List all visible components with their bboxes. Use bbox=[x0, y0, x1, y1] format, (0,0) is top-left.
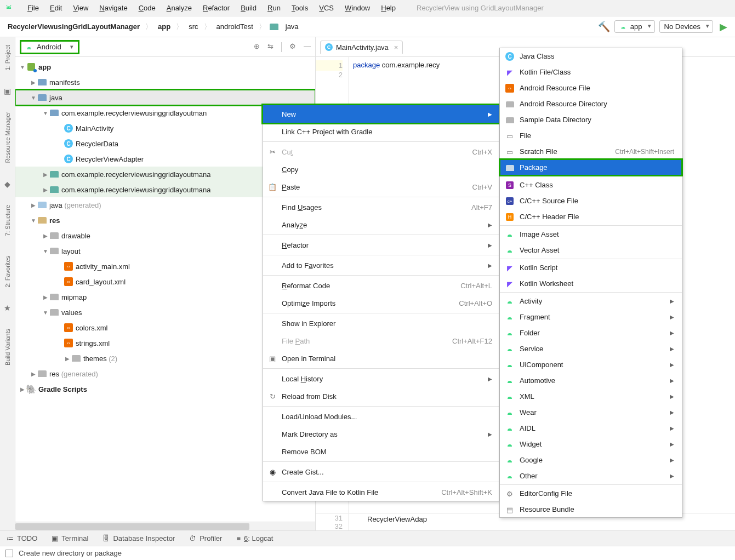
tree-java-row[interactable]: ▼java bbox=[15, 90, 315, 105]
tree-manifests[interactable]: manifests bbox=[49, 78, 80, 87]
menu-analyze[interactable]: Analyze bbox=[161, 2, 197, 14]
device-combo[interactable]: No Devices bbox=[659, 20, 713, 33]
ctx-reload-disk[interactable]: ↻Reload from Disk bbox=[263, 387, 499, 405]
new-activity[interactable]: Activity▶ bbox=[500, 293, 682, 309]
rail-res-icon[interactable]: ◆ bbox=[4, 180, 10, 188]
tree-colors[interactable]: colors.xml bbox=[76, 324, 108, 332]
tree-res[interactable]: res bbox=[49, 216, 60, 225]
tree-mipmap[interactable]: mipmap bbox=[61, 293, 87, 301]
menu-navigate[interactable]: Navigate bbox=[94, 2, 133, 14]
new-google[interactable]: Google▶ bbox=[500, 452, 682, 468]
tool-profiler[interactable]: ⏱Profiler bbox=[189, 534, 222, 542]
new-wear[interactable]: Wear▶ bbox=[500, 404, 682, 420]
run-button[interactable]: ▶ bbox=[717, 21, 730, 33]
ctx-cut[interactable]: ✂CutCtrl+X bbox=[263, 143, 499, 161]
new-file[interactable]: ▭File bbox=[500, 128, 682, 144]
new-widget[interactable]: Widget▶ bbox=[500, 436, 682, 452]
menu-refactor[interactable]: Refactor bbox=[197, 2, 235, 14]
menu-help[interactable]: Help bbox=[375, 2, 401, 14]
tree-recycleradapter[interactable]: RecyclerViewAdapter bbox=[76, 155, 144, 163]
new-uicomponent[interactable]: UiComponent▶ bbox=[500, 357, 682, 373]
new-package[interactable]: Package bbox=[500, 159, 682, 175]
ctx-create-gist[interactable]: ◉Create Gist... bbox=[263, 463, 499, 481]
tree-mainactivity[interactable]: MainActivity bbox=[76, 124, 113, 133]
menu-vcs[interactable]: VCS bbox=[314, 2, 339, 14]
editor-tab-mainactivity[interactable]: C MainActivity.java × bbox=[320, 41, 403, 54]
new-cpp-class[interactable]: SC++ Class bbox=[500, 177, 682, 193]
ctx-convert-kotlin[interactable]: Convert Java File to Kotlin FileCtrl+Alt… bbox=[263, 483, 499, 501]
new-android-resource-dir[interactable]: Android Resource Directory bbox=[500, 96, 682, 112]
rail-build-variants[interactable]: Build Variants bbox=[4, 325, 11, 369]
tree-gradle[interactable]: Gradle Scripts bbox=[38, 385, 87, 393]
rail-resource-manager[interactable]: Resource Manager bbox=[4, 108, 11, 167]
ctx-file-path[interactable]: File PathCtrl+Alt+F12 bbox=[263, 332, 499, 350]
status-window-icon[interactable] bbox=[5, 550, 13, 557]
tree-recyclerdata[interactable]: RecyclerData bbox=[76, 140, 118, 148]
tree-h-scrollbar[interactable] bbox=[15, 522, 315, 530]
breadcrumb-root[interactable]: RecyclerViewusingGridLayoutManager bbox=[5, 21, 142, 32]
rail-favorites[interactable]: 2: Favorites bbox=[4, 253, 11, 290]
new-automotive[interactable]: Automotive▶ bbox=[500, 373, 682, 388]
new-xml[interactable]: XML▶ bbox=[500, 388, 682, 404]
new-c-header[interactable]: HC/C++ Header File bbox=[500, 209, 682, 225]
menu-run[interactable]: Run bbox=[262, 2, 286, 14]
tree-app[interactable]: app bbox=[38, 63, 51, 71]
close-icon[interactable]: × bbox=[394, 43, 398, 52]
new-resource-bundle[interactable]: ▤Resource Bundle bbox=[500, 501, 682, 517]
ctx-refactor[interactable]: Refactor▶ bbox=[263, 236, 499, 254]
menu-code[interactable]: Code bbox=[133, 2, 161, 14]
ctx-show-explorer[interactable]: Show in Explorer bbox=[263, 315, 499, 332]
tool-db-inspector[interactable]: 🗄Database Inspector bbox=[102, 534, 175, 542]
ctx-paste[interactable]: 📋PasteCtrl+V bbox=[263, 178, 499, 196]
menu-build[interactable]: Build bbox=[235, 2, 262, 14]
breadcrumb-src[interactable]: src bbox=[186, 21, 200, 32]
tree-layout[interactable]: layout bbox=[61, 247, 81, 255]
breadcrumb-androidTest[interactable]: androidTest bbox=[214, 21, 255, 32]
new-java-class[interactable]: CJava Class bbox=[500, 48, 682, 64]
tool-terminal[interactable]: ▣Terminal bbox=[52, 534, 88, 542]
menu-window[interactable]: Window bbox=[339, 2, 375, 14]
hide-icon[interactable]: — bbox=[304, 42, 311, 52]
ctx-load-unload[interactable]: Load/Unload Modules... bbox=[263, 408, 499, 425]
ctx-find-usages[interactable]: Find UsagesAlt+F7 bbox=[263, 198, 499, 216]
breadcrumb-app[interactable]: app bbox=[156, 21, 173, 32]
rail-project[interactable]: 1: Project bbox=[4, 42, 11, 73]
tree-res-gen[interactable]: res (generated) bbox=[49, 370, 98, 378]
ctx-remove-bom[interactable]: Remove BOM bbox=[263, 443, 499, 460]
tool-todo[interactable]: ≔TODO bbox=[7, 534, 37, 542]
tree-strings[interactable]: strings.xml bbox=[76, 339, 110, 347]
new-scratch-file[interactable]: ▭Scratch FileCtrl+Alt+Shift+Insert bbox=[500, 144, 682, 159]
ctx-copy[interactable]: Copy bbox=[263, 161, 499, 178]
locate-icon[interactable]: ⊕ bbox=[254, 42, 260, 52]
new-kotlin-worksheet[interactable]: ◤Kotlin Worksheet bbox=[500, 276, 682, 292]
collapse-icon[interactable]: ⇆ bbox=[267, 42, 274, 52]
tree-card-layout[interactable]: card_layout.xml bbox=[76, 278, 126, 286]
build-hammer-icon[interactable]: 🔨 bbox=[598, 21, 610, 33]
tool-logcat[interactable]: ≡6: Logcat bbox=[236, 534, 273, 542]
ctx-link-cpp[interactable]: Link C++ Project with Gradle bbox=[263, 123, 499, 140]
new-aidl[interactable]: AIDL▶ bbox=[500, 420, 682, 436]
run-config-combo[interactable]: app bbox=[614, 20, 655, 33]
tree-activity-main[interactable]: activity_main.xml bbox=[76, 262, 130, 271]
rail-folder-icon[interactable]: ▣ bbox=[4, 87, 11, 95]
project-view-combo[interactable]: Android bbox=[20, 40, 79, 54]
new-kotlin-file[interactable]: ◤Kotlin File/Class bbox=[500, 64, 682, 80]
ctx-local-history[interactable]: Local History▶ bbox=[263, 370, 499, 387]
tree-values[interactable]: values bbox=[61, 308, 82, 317]
tree-java-gen[interactable]: java (generated) bbox=[49, 201, 101, 209]
ctx-open-terminal[interactable]: ▣Open in Terminal bbox=[263, 350, 499, 367]
new-service[interactable]: Service▶ bbox=[500, 341, 682, 357]
ctx-optimize-imports[interactable]: Optimize ImportsCtrl+Alt+O bbox=[263, 294, 499, 312]
new-other[interactable]: Other▶ bbox=[500, 468, 682, 484]
breadcrumb-java[interactable]: java bbox=[283, 21, 301, 32]
new-vector-asset[interactable]: Vector Asset bbox=[500, 242, 682, 258]
new-editorconfig[interactable]: ⚙EditorConfig File bbox=[500, 485, 682, 501]
tree-themes[interactable]: themes (2) bbox=[83, 355, 117, 363]
new-fragment[interactable]: Fragment▶ bbox=[500, 309, 682, 325]
tree-pkg1[interactable]: com.example.recyclerviewusinggridlayoutm… bbox=[61, 109, 207, 117]
new-sample-data-dir[interactable]: Sample Data Directory bbox=[500, 112, 682, 128]
new-kotlin-script[interactable]: ◤Kotlin Script bbox=[500, 260, 682, 276]
new-folder[interactable]: Folder▶ bbox=[500, 325, 682, 341]
menu-edit[interactable]: Edit bbox=[44, 2, 67, 14]
ctx-new[interactable]: New▶ bbox=[263, 105, 499, 123]
